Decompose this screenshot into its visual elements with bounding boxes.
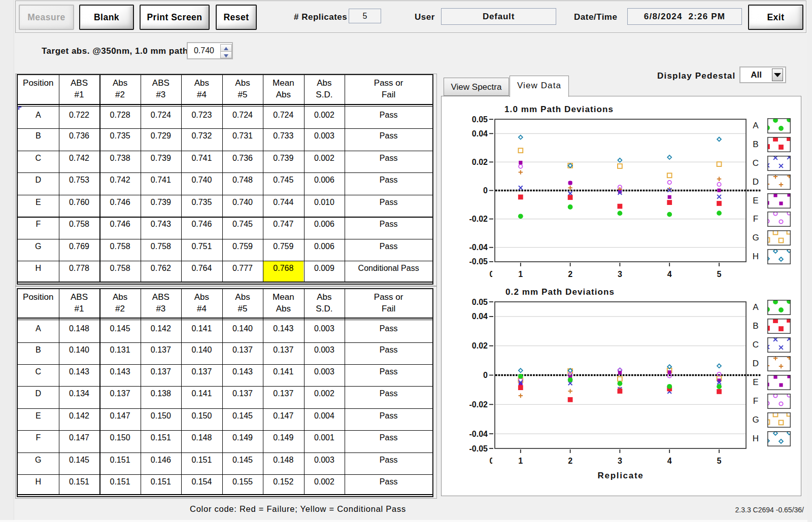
svg-text:0.05: 0.05 [472,298,488,306]
svg-text:Replicate: Replicate [598,471,644,480]
svg-text:2: 2 [568,457,572,465]
svg-text:-0.04: -0.04 [469,243,488,252]
svg-text:-0.02: -0.02 [469,400,488,409]
svg-text:1.0 mm Path Deviations: 1.0 mm Path Deviations [504,105,614,114]
svg-text:1: 1 [518,270,523,279]
svg-text:4: 4 [667,457,672,465]
svg-text:0.04: 0.04 [472,129,488,138]
svg-text:0.02: 0.02 [472,158,488,166]
svg-text:0.2 mm Path Deviations: 0.2 mm Path Deviations [505,287,615,297]
svg-text:5: 5 [717,457,722,465]
svg-text:2: 2 [568,270,572,279]
svg-text:-0.02: -0.02 [469,215,488,223]
svg-text:0: 0 [483,371,488,379]
svg-text:0.04: 0.04 [472,312,488,321]
svg-text:3: 3 [618,270,622,279]
svg-text:5: 5 [717,270,722,279]
svg-text:-0.05: -0.05 [469,444,488,453]
svg-text:-0.04: -0.04 [469,430,488,438]
svg-text:4: 4 [667,270,672,279]
svg-text:0.02: 0.02 [472,341,488,350]
svg-text:0: 0 [483,186,488,195]
svg-text:0.05: 0.05 [472,115,488,124]
svg-text:3: 3 [618,457,622,465]
svg-text:-0.05: -0.05 [469,257,488,266]
svg-text:1: 1 [518,457,523,465]
